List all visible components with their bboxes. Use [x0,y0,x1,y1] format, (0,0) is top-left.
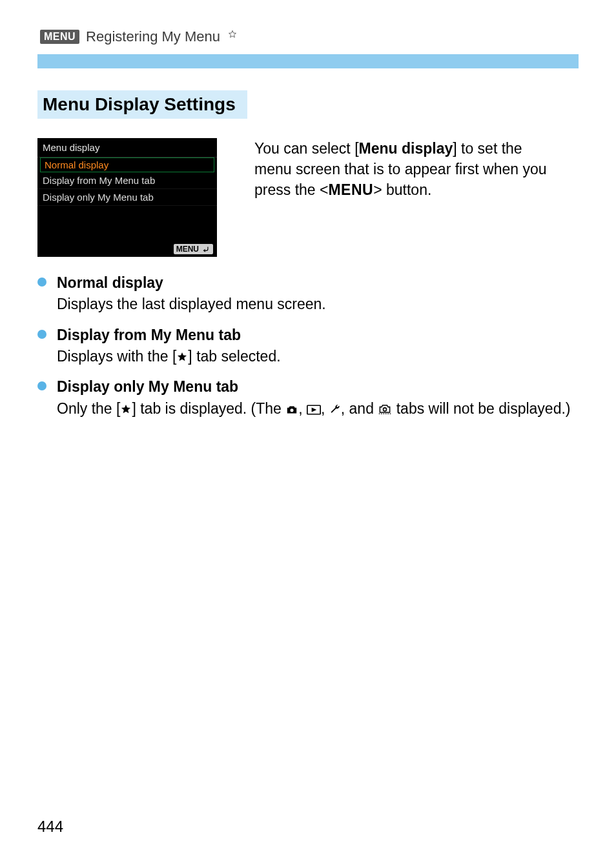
lcd-item-selected[interactable]: Normal display [40,157,214,172]
camera-lcd: Menu display Normal display Display from… [37,138,217,257]
bullet-dot-icon [37,278,46,287]
star-filled-icon [120,403,132,415]
list-item: Normal display Displays the last display… [37,272,579,316]
playback-icon [307,405,321,415]
menu-word: MENU [328,181,373,198]
menu-badge: MENU [40,30,79,44]
star-icon [228,30,237,39]
bullets-list: Normal display Displays the last display… [37,272,579,419]
lcd-title: Menu display [37,138,217,157]
bullet-text-part: tabs will not be displayed.) [392,400,570,417]
header-rule [37,54,579,68]
bullet-text-part: , [298,400,307,417]
bullet-dot-icon [37,330,46,339]
bullet-dot-icon [37,381,46,390]
bullet-text: Displays with the [] tab selected. [57,346,579,367]
bullet-text-part: ] tab selected. [188,348,280,365]
wrench-icon [329,403,341,415]
bullet-text-part: ] tab is displayed. (The [132,400,285,417]
svg-point-0 [291,409,294,412]
bullet-title: Display from My Menu tab [57,325,579,346]
desc-text: You can select [ [254,140,359,157]
description-paragraph: You can select [Menu display] to set the… [254,138,558,257]
lcd-footer: MENU [37,241,217,257]
menu-back-chip-label: MENU [176,245,199,254]
bullet-text-part: Displays with the [ [57,348,176,365]
page-number: 444 [37,818,63,836]
page-header-title: Registering My Menu [86,28,220,45]
svg-point-2 [384,408,387,411]
star-filled-icon [176,351,188,363]
bullet-text: Only the [] tab is displayed. (The , , ,… [57,398,579,419]
bullet-text: Displays the last displayed menu screen. [57,294,579,315]
return-arrow-icon [201,245,210,253]
list-item: Display from My Menu tab Displays with t… [37,325,579,368]
list-item: Display only My Menu tab Only the [] tab… [37,376,579,419]
bullet-text-part: Only the [ [57,400,120,417]
page-header: MENU Registering My Menu [37,28,579,45]
section-heading: Menu Display Settings [37,90,247,119]
menu-back-chip[interactable]: MENU [174,244,213,254]
bullet-title: Normal display [57,272,579,294]
bullet-title: Display only My Menu tab [57,376,579,398]
custom-camera-icon [378,403,392,415]
bullet-text-part: , and [341,400,378,417]
camera-icon [285,405,298,415]
lcd-item[interactable]: Display from My Menu tab [37,172,217,189]
lcd-item[interactable]: Display only My Menu tab [37,189,217,206]
desc-bold: Menu display [359,140,453,157]
bullet-text-part: , [321,400,329,417]
desc-text: > button. [373,181,431,198]
